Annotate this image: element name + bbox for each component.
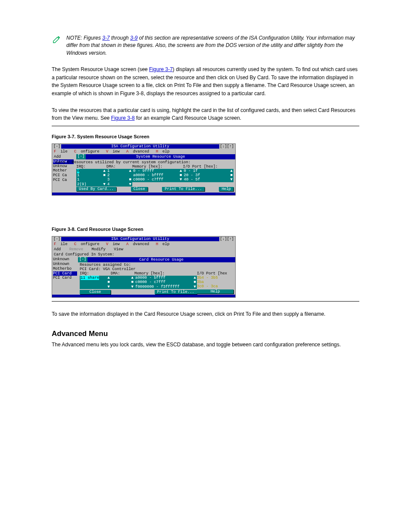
pencil-note-icon [52,34,62,44]
screenshot-card-resource-usage: [-] ISA Configuration Utility [↓][↑] Fil… [52,236,236,298]
section-header: Card Configured In System: [52,252,235,257]
dma-list[interactable]: 1▲ 2 3■ 4▼ [106,169,132,187]
memory-list[interactable]: a0000 - bffff▲ c0000 - c7fff■ f0000000 -… [134,276,197,289]
section-heading-advanced: Advanced Menu [52,330,359,338]
divider [52,301,359,302]
menu-bar[interactable]: File Configure View Advanced Help [52,242,235,247]
figure-link-3-7b[interactable]: Figure 3-7 [149,66,173,72]
memory-list[interactable]: 0 - 9ffff▲ a0000 - bffff■ c0000 - c7fff▼ [132,169,183,182]
screenshot-system-resource-usage: [-] ISA Configuration Utility [↓][↑] Fil… [52,143,236,196]
close-button[interactable]: Close [80,290,111,294]
card-list-sidebar[interactable]: Unknown Unknown Motherbo PCI Card PCI Ca… [52,257,78,295]
menu-bar[interactable]: File Configure View Advanced Help [52,149,235,154]
column-header-dma: DMA: [106,165,132,169]
dialog-message: Card C Resources utilized by current sys… [56,160,234,165]
figure-caption-2: Figure 3-8. Card Resource Usage Screen [52,227,359,232]
card-name-label: PCI Card: VGA Controller [80,267,234,271]
column-header-io: I/O Port [hex [197,271,234,276]
irq-list[interactable]: 0▲ 1■ 1 2(9)▼ [76,169,106,187]
help-button[interactable]: Help [219,187,234,191]
dialog-control-icon[interactable]: [-] [78,257,87,262]
toolbar-add[interactable]: AAdddd [52,154,76,159]
dialog-control-icon[interactable]: [-] [76,154,86,159]
figure-link-3-9[interactable]: 3-9 [130,35,137,41]
print-to-file-button[interactable]: Print To File... [155,290,197,294]
note-paragraph: NOTE: Figures 3-7 through 3-9 of this se… [66,34,359,57]
window-control-left[interactable]: [-] [53,237,60,241]
column-header-io: I/O Port [hex]: [183,165,234,169]
figure-link-3-8[interactable]: Figure 3-8 [111,115,135,121]
irq-list[interactable]: 11 share▲ ■ ▼ [80,276,111,289]
divider [52,126,359,126]
column-header-dma: DMA: [111,271,134,276]
figure-link-3-7[interactable]: 3-7 [102,35,109,41]
window-control-left[interactable]: [-] [53,144,60,149]
window-control-right[interactable]: [↓][↑] [220,237,234,241]
body-paragraph-4: The Advanced menu lets you lock cards, v… [52,341,359,349]
print-to-file-button[interactable]: Print To File... [162,187,204,191]
help-button[interactable]: Help [197,289,234,294]
dma-list[interactable]: ▲ ■ ▼ [111,276,134,289]
column-header-memory: Memory [hex]: [132,165,183,169]
column-header-memory: Memory [hex]: [134,271,197,276]
window-title: ISA Configuration Utility [61,237,219,241]
body-paragraph-3: To save the information displayed in the… [52,310,359,318]
column-header-irq: IRQ: [80,271,111,276]
close-button[interactable]: Close [131,187,148,191]
window-control-right[interactable]: [↓][↑] [220,144,234,149]
column-header-irq: IRQ: [76,165,106,169]
body-paragraph-1: The System Resource Usage screen (see Fi… [52,65,359,97]
resources-assigned-label: Resources assigned to: [80,263,234,267]
toolbar[interactable]: Add Remove Modify View [52,247,235,252]
io-list[interactable]: 0 - 1f▲ 20 - 3f■ 40 - 5f▼ [183,169,234,182]
body-paragraph-2: To view the resources that a particular … [52,106,359,122]
used-by-card-button[interactable]: Used By Card... [76,187,116,191]
figure-caption-1: Figure 3-7. System Resource Usage Screen [52,134,359,139]
window-title: ISA Configuration Utility [61,144,219,149]
dialog-title: System Resource Usage [86,154,235,159]
dialog-title: Card Resource Usage [87,257,235,262]
